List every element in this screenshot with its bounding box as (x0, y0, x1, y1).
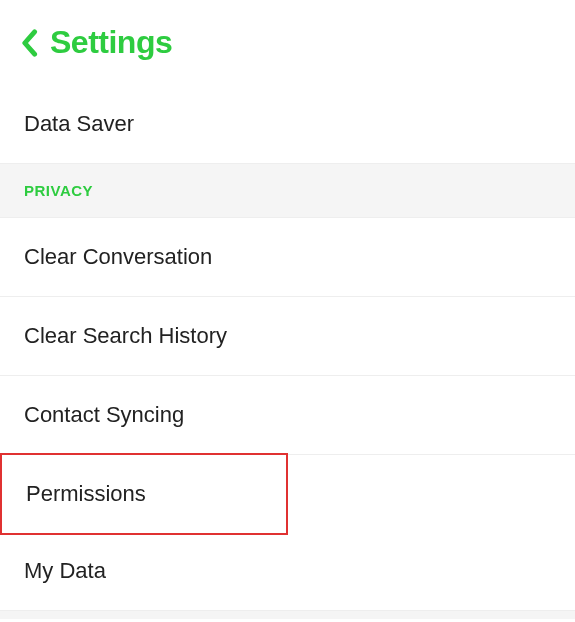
section-footer-spacer (0, 611, 575, 619)
row-my-data[interactable]: My Data (0, 532, 575, 611)
page-title: Settings (50, 24, 172, 61)
settings-header: Settings (0, 0, 575, 85)
row-data-saver[interactable]: Data Saver (0, 85, 575, 164)
row-label: Data Saver (24, 111, 134, 136)
row-label: Permissions (26, 481, 146, 506)
row-clear-search-history[interactable]: Clear Search History (0, 297, 575, 376)
row-label: Contact Syncing (24, 402, 184, 427)
row-label: Clear Conversation (24, 244, 212, 269)
row-permissions[interactable]: Permissions (0, 453, 288, 535)
row-contact-syncing[interactable]: Contact Syncing (0, 376, 575, 455)
row-label: Clear Search History (24, 323, 227, 348)
section-header-label: PRIVACY (24, 182, 93, 199)
back-chevron-icon[interactable] (20, 29, 38, 57)
section-header-privacy: PRIVACY (0, 164, 575, 218)
row-clear-conversation[interactable]: Clear Conversation (0, 218, 575, 297)
row-label: My Data (24, 558, 106, 583)
